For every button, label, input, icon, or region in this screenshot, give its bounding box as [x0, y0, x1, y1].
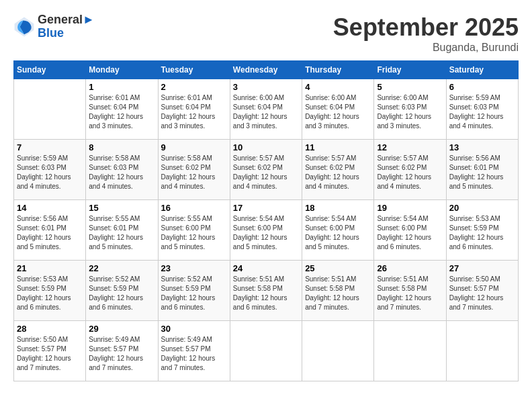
calendar-cell: 6Sunrise: 5:59 AM Sunset: 6:03 PM Daylig… [446, 79, 518, 140]
calendar-cell: 27Sunrise: 5:50 AM Sunset: 5:57 PM Dayli… [446, 261, 518, 321]
calendar-cell: 16Sunrise: 5:55 AM Sunset: 6:00 PM Dayli… [158, 200, 230, 261]
day-number: 27 [449, 263, 515, 273]
calendar-cell: 28Sunrise: 5:50 AM Sunset: 5:57 PM Dayli… [14, 321, 86, 381]
day-info: Sunrise: 6:00 AM Sunset: 6:04 PM Dayligh… [305, 93, 371, 131]
day-info: Sunrise: 5:52 AM Sunset: 5:59 PM Dayligh… [89, 275, 154, 312]
day-info: Sunrise: 5:57 AM Sunset: 6:02 PM Dayligh… [233, 154, 299, 191]
day-info: Sunrise: 6:00 AM Sunset: 6:04 PM Dayligh… [233, 93, 299, 131]
day-number: 17 [233, 203, 299, 213]
day-number: 14 [17, 203, 83, 213]
day-number: 11 [305, 142, 371, 152]
day-number: 18 [305, 203, 371, 213]
logo-text: General► Blue [38, 13, 95, 40]
calendar-cell: 13Sunrise: 5:56 AM Sunset: 6:01 PM Dayli… [446, 140, 518, 200]
calendar-cell: 24Sunrise: 5:51 AM Sunset: 5:58 PM Dayli… [230, 261, 302, 321]
day-info: Sunrise: 5:55 AM Sunset: 6:01 PM Dayligh… [89, 214, 154, 252]
day-number: 30 [161, 324, 227, 334]
calendar-cell: 19Sunrise: 5:54 AM Sunset: 6:00 PM Dayli… [374, 200, 446, 261]
day-number: 24 [233, 263, 299, 273]
day-info: Sunrise: 6:00 AM Sunset: 6:03 PM Dayligh… [377, 93, 443, 131]
day-number: 25 [305, 263, 371, 273]
day-info: Sunrise: 5:56 AM Sunset: 6:01 PM Dayligh… [449, 154, 515, 191]
day-number: 13 [449, 142, 515, 152]
day-info: Sunrise: 5:53 AM Sunset: 5:59 PM Dayligh… [17, 275, 83, 312]
day-number: 22 [89, 263, 154, 273]
calendar-cell: 12Sunrise: 5:57 AM Sunset: 6:02 PM Dayli… [374, 140, 446, 200]
title-block: September 2025 Buganda, Burundi [333, 13, 519, 54]
day-info: Sunrise: 5:56 AM Sunset: 6:01 PM Dayligh… [17, 214, 83, 252]
day-info: Sunrise: 5:51 AM Sunset: 5:58 PM Dayligh… [305, 275, 371, 312]
calendar-cell: 2Sunrise: 6:01 AM Sunset: 6:04 PM Daylig… [158, 79, 230, 140]
logo: General► Blue [13, 13, 95, 40]
calendar-cell [302, 321, 374, 381]
calendar-cell: 30Sunrise: 5:49 AM Sunset: 5:57 PM Dayli… [158, 321, 230, 381]
calendar-cell: 7Sunrise: 5:59 AM Sunset: 6:03 PM Daylig… [14, 140, 86, 200]
calendar-cell: 4Sunrise: 6:00 AM Sunset: 6:04 PM Daylig… [302, 79, 374, 140]
page-header: General► Blue September 2025 Buganda, Bu… [13, 13, 519, 54]
day-number: 8 [89, 142, 154, 152]
weekday-header-monday: Monday [86, 61, 158, 79]
day-number: 5 [377, 82, 443, 92]
day-number: 26 [377, 263, 443, 273]
day-number: 4 [305, 82, 371, 92]
day-number: 28 [17, 324, 83, 334]
calendar-cell: 14Sunrise: 5:56 AM Sunset: 6:01 PM Dayli… [14, 200, 86, 261]
day-info: Sunrise: 5:50 AM Sunset: 5:57 PM Dayligh… [449, 275, 515, 312]
day-info: Sunrise: 5:54 AM Sunset: 6:00 PM Dayligh… [233, 214, 299, 252]
calendar-cell: 3Sunrise: 6:00 AM Sunset: 6:04 PM Daylig… [230, 79, 302, 140]
weekday-header-sunday: Sunday [14, 61, 86, 79]
day-info: Sunrise: 6:01 AM Sunset: 6:04 PM Dayligh… [161, 93, 227, 131]
calendar-cell [446, 321, 518, 381]
day-info: Sunrise: 5:59 AM Sunset: 6:03 PM Dayligh… [449, 93, 515, 131]
day-number: 10 [233, 142, 299, 152]
calendar-cell: 17Sunrise: 5:54 AM Sunset: 6:00 PM Dayli… [230, 200, 302, 261]
calendar-week-1: 1Sunrise: 6:01 AM Sunset: 6:04 PM Daylig… [14, 79, 519, 140]
weekday-header-saturday: Saturday [446, 61, 518, 79]
calendar-cell: 29Sunrise: 5:49 AM Sunset: 5:57 PM Dayli… [86, 321, 158, 381]
calendar-cell: 20Sunrise: 5:53 AM Sunset: 5:59 PM Dayli… [446, 200, 518, 261]
day-number: 15 [89, 203, 154, 213]
calendar-week-3: 14Sunrise: 5:56 AM Sunset: 6:01 PM Dayli… [14, 200, 519, 261]
calendar-cell: 22Sunrise: 5:52 AM Sunset: 5:59 PM Dayli… [86, 261, 158, 321]
calendar-cell: 5Sunrise: 6:00 AM Sunset: 6:03 PM Daylig… [374, 79, 446, 140]
day-info: Sunrise: 5:51 AM Sunset: 5:58 PM Dayligh… [233, 275, 299, 312]
calendar-cell [374, 321, 446, 381]
calendar-cell: 1Sunrise: 6:01 AM Sunset: 6:04 PM Daylig… [86, 79, 158, 140]
day-info: Sunrise: 5:51 AM Sunset: 5:58 PM Dayligh… [377, 275, 443, 312]
day-info: Sunrise: 5:54 AM Sunset: 6:00 PM Dayligh… [305, 214, 371, 252]
day-info: Sunrise: 5:58 AM Sunset: 6:02 PM Dayligh… [161, 154, 227, 191]
day-info: Sunrise: 5:54 AM Sunset: 6:00 PM Dayligh… [377, 214, 443, 252]
day-number: 19 [377, 203, 443, 213]
day-info: Sunrise: 5:53 AM Sunset: 5:59 PM Dayligh… [449, 214, 515, 252]
calendar-cell: 15Sunrise: 5:55 AM Sunset: 6:01 PM Dayli… [86, 200, 158, 261]
calendar-cell: 21Sunrise: 5:53 AM Sunset: 5:59 PM Dayli… [14, 261, 86, 321]
day-info: Sunrise: 5:50 AM Sunset: 5:57 PM Dayligh… [17, 335, 83, 373]
calendar-cell [14, 79, 86, 140]
day-info: Sunrise: 5:59 AM Sunset: 6:03 PM Dayligh… [17, 154, 83, 191]
weekday-header-thursday: Thursday [302, 61, 374, 79]
weekday-header-tuesday: Tuesday [158, 61, 230, 79]
day-info: Sunrise: 6:01 AM Sunset: 6:04 PM Dayligh… [89, 93, 154, 131]
day-info: Sunrise: 5:49 AM Sunset: 5:57 PM Dayligh… [89, 335, 154, 373]
day-number: 9 [161, 142, 227, 152]
calendar-cell: 11Sunrise: 5:57 AM Sunset: 6:02 PM Dayli… [302, 140, 374, 200]
calendar-week-2: 7Sunrise: 5:59 AM Sunset: 6:03 PM Daylig… [14, 140, 519, 200]
month-title: September 2025 [333, 13, 519, 42]
day-number: 29 [89, 324, 154, 334]
day-number: 21 [17, 263, 83, 273]
calendar-cell: 10Sunrise: 5:57 AM Sunset: 6:02 PM Dayli… [230, 140, 302, 200]
weekday-header-wednesday: Wednesday [230, 61, 302, 79]
calendar-cell: 9Sunrise: 5:58 AM Sunset: 6:02 PM Daylig… [158, 140, 230, 200]
logo-icon [13, 16, 35, 38]
day-info: Sunrise: 5:57 AM Sunset: 6:02 PM Dayligh… [377, 154, 443, 191]
day-info: Sunrise: 5:55 AM Sunset: 6:00 PM Dayligh… [161, 214, 227, 252]
day-info: Sunrise: 5:52 AM Sunset: 5:59 PM Dayligh… [161, 275, 227, 312]
day-info: Sunrise: 5:58 AM Sunset: 6:03 PM Dayligh… [89, 154, 154, 191]
day-number: 23 [161, 263, 227, 273]
calendar-cell: 25Sunrise: 5:51 AM Sunset: 5:58 PM Dayli… [302, 261, 374, 321]
day-number: 16 [161, 203, 227, 213]
calendar-cell: 18Sunrise: 5:54 AM Sunset: 6:00 PM Dayli… [302, 200, 374, 261]
day-number: 7 [17, 142, 83, 152]
calendar-cell: 26Sunrise: 5:51 AM Sunset: 5:58 PM Dayli… [374, 261, 446, 321]
location: Buganda, Burundi [333, 42, 519, 54]
